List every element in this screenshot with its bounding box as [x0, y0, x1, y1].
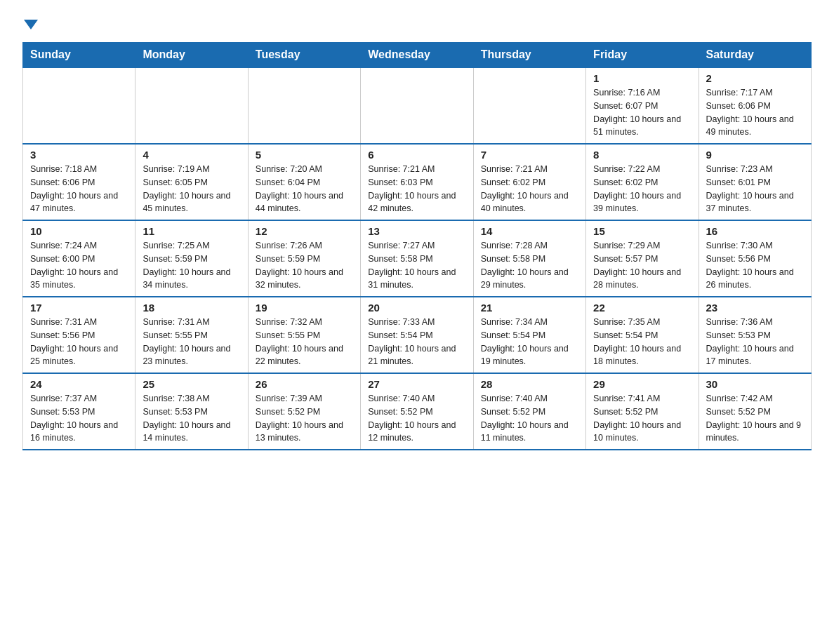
day-info: Sunrise: 7:33 AM Sunset: 5:54 PM Dayligh…: [368, 316, 465, 368]
day-info: Sunrise: 7:23 AM Sunset: 6:01 PM Dayligh…: [706, 163, 804, 215]
day-info: Sunrise: 7:21 AM Sunset: 6:02 PM Dayligh…: [481, 163, 578, 215]
day-info: Sunrise: 7:42 AM Sunset: 5:52 PM Dayligh…: [706, 392, 804, 445]
calendar-week-4: 17Sunrise: 7:31 AM Sunset: 5:56 PM Dayli…: [23, 297, 812, 373]
calendar-cell: 20Sunrise: 7:33 AM Sunset: 5:54 PM Dayli…: [361, 297, 473, 373]
day-info: Sunrise: 7:18 AM Sunset: 6:06 PM Dayligh…: [30, 163, 128, 215]
day-info: Sunrise: 7:31 AM Sunset: 5:55 PM Dayligh…: [143, 316, 240, 368]
calendar-week-2: 3Sunrise: 7:18 AM Sunset: 6:06 PM Daylig…: [23, 144, 812, 220]
day-info: Sunrise: 7:40 AM Sunset: 5:52 PM Dayligh…: [368, 392, 465, 445]
calendar-week-5: 24Sunrise: 7:37 AM Sunset: 5:53 PM Dayli…: [23, 373, 812, 450]
logo: [22, 17, 38, 28]
weekday-header-sunday: Sunday: [23, 43, 135, 68]
day-number: 10: [30, 225, 128, 237]
calendar-cell: 8Sunrise: 7:22 AM Sunset: 6:02 PM Daylig…: [586, 144, 699, 220]
page-header: [22, 17, 812, 28]
calendar-cell: [23, 67, 135, 144]
day-info: Sunrise: 7:35 AM Sunset: 5:54 PM Dayligh…: [593, 316, 691, 368]
day-number: 30: [706, 378, 804, 390]
day-info: Sunrise: 7:37 AM Sunset: 5:53 PM Dayligh…: [30, 392, 128, 445]
day-info: Sunrise: 7:40 AM Sunset: 5:52 PM Dayligh…: [481, 392, 578, 445]
day-number: 2: [706, 72, 804, 84]
calendar-cell: [361, 67, 473, 144]
calendar-cell: 6Sunrise: 7:21 AM Sunset: 6:03 PM Daylig…: [361, 144, 473, 220]
day-info: Sunrise: 7:41 AM Sunset: 5:52 PM Dayligh…: [593, 392, 691, 445]
day-info: Sunrise: 7:34 AM Sunset: 5:54 PM Dayligh…: [481, 316, 578, 368]
day-info: Sunrise: 7:19 AM Sunset: 6:05 PM Dayligh…: [143, 163, 240, 215]
day-info: Sunrise: 7:32 AM Sunset: 5:55 PM Dayligh…: [256, 316, 353, 368]
day-number: 25: [143, 378, 240, 390]
calendar-cell: 3Sunrise: 7:18 AM Sunset: 6:06 PM Daylig…: [23, 144, 135, 220]
day-number: 1: [593, 72, 691, 84]
day-number: 24: [30, 378, 128, 390]
day-number: 6: [368, 149, 465, 161]
calendar-cell: 30Sunrise: 7:42 AM Sunset: 5:52 PM Dayli…: [699, 373, 811, 450]
calendar-cell: 16Sunrise: 7:30 AM Sunset: 5:56 PM Dayli…: [699, 220, 811, 297]
calendar-cell: 22Sunrise: 7:35 AM Sunset: 5:54 PM Dayli…: [586, 297, 699, 373]
calendar-cell: 19Sunrise: 7:32 AM Sunset: 5:55 PM Dayli…: [248, 297, 360, 373]
day-number: 23: [706, 302, 804, 314]
calendar-cell: 14Sunrise: 7:28 AM Sunset: 5:58 PM Dayli…: [473, 220, 585, 297]
day-number: 3: [30, 149, 128, 161]
day-number: 21: [481, 302, 578, 314]
day-info: Sunrise: 7:16 AM Sunset: 6:07 PM Dayligh…: [593, 86, 691, 139]
calendar-cell: 27Sunrise: 7:40 AM Sunset: 5:52 PM Dayli…: [361, 373, 473, 450]
day-number: 18: [143, 302, 240, 314]
weekday-header-monday: Monday: [135, 43, 248, 68]
day-info: Sunrise: 7:30 AM Sunset: 5:56 PM Dayligh…: [706, 239, 804, 292]
weekday-header-thursday: Thursday: [473, 43, 585, 68]
day-info: Sunrise: 7:38 AM Sunset: 5:53 PM Dayligh…: [143, 392, 240, 445]
calendar-cell: 5Sunrise: 7:20 AM Sunset: 6:04 PM Daylig…: [248, 144, 360, 220]
day-info: Sunrise: 7:31 AM Sunset: 5:56 PM Dayligh…: [30, 316, 128, 368]
calendar-cell: 21Sunrise: 7:34 AM Sunset: 5:54 PM Dayli…: [473, 297, 585, 373]
calendar-week-1: 1Sunrise: 7:16 AM Sunset: 6:07 PM Daylig…: [23, 67, 812, 144]
day-number: 17: [30, 302, 128, 314]
calendar-cell: 26Sunrise: 7:39 AM Sunset: 5:52 PM Dayli…: [248, 373, 360, 450]
day-info: Sunrise: 7:26 AM Sunset: 5:59 PM Dayligh…: [256, 239, 353, 292]
day-number: 28: [481, 378, 578, 390]
day-number: 5: [256, 149, 353, 161]
weekday-header-tuesday: Tuesday: [248, 43, 360, 68]
logo-general: [22, 17, 38, 29]
calendar-cell: 7Sunrise: 7:21 AM Sunset: 6:02 PM Daylig…: [473, 144, 585, 220]
day-number: 9: [706, 149, 804, 161]
day-number: 20: [368, 302, 465, 314]
day-number: 12: [256, 225, 353, 237]
weekday-header-wednesday: Wednesday: [361, 43, 473, 68]
day-info: Sunrise: 7:39 AM Sunset: 5:52 PM Dayligh…: [256, 392, 353, 445]
day-number: 29: [593, 378, 691, 390]
day-number: 16: [706, 225, 804, 237]
day-number: 7: [481, 149, 578, 161]
calendar-cell: 10Sunrise: 7:24 AM Sunset: 6:00 PM Dayli…: [23, 220, 135, 297]
day-info: Sunrise: 7:36 AM Sunset: 5:53 PM Dayligh…: [706, 316, 804, 368]
day-info: Sunrise: 7:24 AM Sunset: 6:00 PM Dayligh…: [30, 239, 128, 292]
calendar-cell: 11Sunrise: 7:25 AM Sunset: 5:59 PM Dayli…: [135, 220, 248, 297]
calendar-cell: 2Sunrise: 7:17 AM Sunset: 6:06 PM Daylig…: [699, 67, 811, 144]
calendar-cell: 1Sunrise: 7:16 AM Sunset: 6:07 PM Daylig…: [586, 67, 699, 144]
day-number: 19: [256, 302, 353, 314]
day-info: Sunrise: 7:27 AM Sunset: 5:58 PM Dayligh…: [368, 239, 465, 292]
day-info: Sunrise: 7:22 AM Sunset: 6:02 PM Dayligh…: [593, 163, 691, 215]
day-number: 27: [368, 378, 465, 390]
day-info: Sunrise: 7:17 AM Sunset: 6:06 PM Dayligh…: [706, 86, 804, 139]
day-info: Sunrise: 7:28 AM Sunset: 5:58 PM Dayligh…: [481, 239, 578, 292]
day-number: 11: [143, 225, 240, 237]
calendar-cell: 23Sunrise: 7:36 AM Sunset: 5:53 PM Dayli…: [699, 297, 811, 373]
day-info: Sunrise: 7:29 AM Sunset: 5:57 PM Dayligh…: [593, 239, 691, 292]
day-number: 15: [593, 225, 691, 237]
calendar-cell: 18Sunrise: 7:31 AM Sunset: 5:55 PM Dayli…: [135, 297, 248, 373]
calendar-cell: 29Sunrise: 7:41 AM Sunset: 5:52 PM Dayli…: [586, 373, 699, 450]
calendar-cell: [473, 67, 585, 144]
day-info: Sunrise: 7:25 AM Sunset: 5:59 PM Dayligh…: [143, 239, 240, 292]
calendar-cell: [135, 67, 248, 144]
day-info: Sunrise: 7:20 AM Sunset: 6:04 PM Dayligh…: [256, 163, 353, 215]
calendar-cell: 15Sunrise: 7:29 AM Sunset: 5:57 PM Dayli…: [586, 220, 699, 297]
calendar-header-row: SundayMondayTuesdayWednesdayThursdayFrid…: [23, 43, 812, 68]
calendar-cell: 4Sunrise: 7:19 AM Sunset: 6:05 PM Daylig…: [135, 144, 248, 220]
logo-arrow-icon: [24, 20, 38, 29]
calendar-cell: 12Sunrise: 7:26 AM Sunset: 5:59 PM Dayli…: [248, 220, 360, 297]
day-number: 26: [256, 378, 353, 390]
calendar-cell: 17Sunrise: 7:31 AM Sunset: 5:56 PM Dayli…: [23, 297, 135, 373]
weekday-header-friday: Friday: [586, 43, 699, 68]
day-number: 13: [368, 225, 465, 237]
day-info: Sunrise: 7:21 AM Sunset: 6:03 PM Dayligh…: [368, 163, 465, 215]
